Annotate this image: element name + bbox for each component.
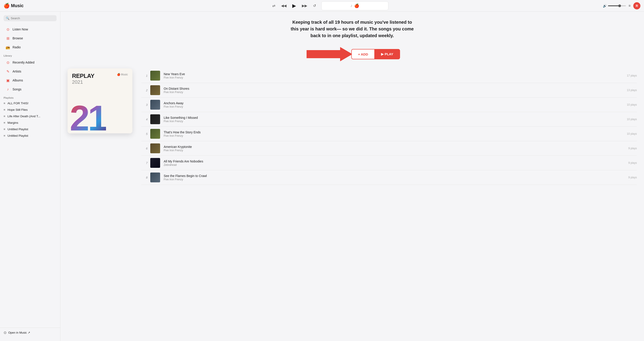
track-thumbnail — [150, 173, 160, 182]
track-name: All My Friends Are Nobodies — [164, 160, 626, 163]
track-artist: Five Iron Frenzy — [164, 120, 624, 123]
app-logo-area: 🍎 Music — [4, 3, 64, 9]
menu-button[interactable]: ≡ — [628, 4, 630, 8]
repeat-button[interactable]: ↺ — [312, 3, 317, 9]
recently-added-icon: ⊙ — [5, 60, 10, 65]
search-icon: 🔍 — [6, 17, 10, 20]
track-plays: 10 plays — [627, 118, 637, 121]
track-name: American Kryptonite — [164, 145, 626, 149]
volume-control: 🔊 — [603, 4, 626, 8]
track-number: 6 — [141, 147, 148, 150]
track-item[interactable]: 7 All My Friends Are Nobodies Zebrahead … — [141, 156, 637, 170]
replay-year: 2021 — [72, 79, 94, 85]
track-number: 3 — [141, 103, 148, 107]
listen-now-icon: ⊙ — [5, 27, 10, 32]
playlist-icon: ≡ — [4, 121, 5, 124]
play-pause-button[interactable]: ▶ — [291, 2, 297, 10]
track-name: Like Something I Missed — [164, 116, 624, 120]
replay-numbers: 2 1 — [68, 103, 132, 133]
playlist-item-all-for-this[interactable]: ≡ ALL FOR THIS! — [0, 100, 60, 107]
playlist-label: Untitled Playlist — [8, 128, 28, 131]
sidebar-footer[interactable]: ⊙ Open in Music ↗ — [0, 327, 60, 337]
search-input[interactable] — [11, 17, 54, 20]
playlist-label: Margins — [8, 121, 18, 124]
sidebar-item-songs[interactable]: ♪ Songs — [2, 85, 58, 94]
songs-icon: ♪ — [5, 87, 10, 92]
app-title: Music — [11, 3, 24, 8]
playlist-label: ALL FOR THIS! — [8, 102, 28, 105]
playlist-item-margins[interactable]: ≡ Margins — [0, 120, 60, 126]
track-item[interactable]: 1 New Years Eve Five Iron Frenzy 17 play… — [141, 69, 637, 83]
playlists-section-label: Playlists — [0, 94, 60, 100]
playlist-item-hope-still-flies[interactable]: ≡ Hope Still Flies — [0, 107, 60, 113]
album-cover: REPLAY 2021 🍎 Music 2 1 — [68, 69, 132, 133]
avatar-button[interactable]: R — [633, 2, 640, 10]
play-button[interactable]: ▶ PLAY — [374, 49, 400, 59]
track-name: That's How the Story Ends — [164, 130, 624, 134]
sidebar-item-artists[interactable]: ✎ Artists — [2, 67, 58, 76]
top-bar-center: ⇄ ◀◀ ▶ ▶▶ ↺ ♪ 🍎 — [64, 1, 596, 10]
track-info: All My Friends Are Nobodies Zebrahead — [164, 160, 626, 166]
track-item[interactable]: 4 Like Something I Missed Five Iron Fren… — [141, 112, 637, 127]
track-plays: 9 plays — [628, 147, 637, 150]
track-number: 2 — [141, 89, 148, 92]
arrow-graphic — [304, 45, 354, 63]
playlist-label: Hope Still Flies — [8, 108, 28, 111]
main-layout: 🔍 ⊙ Listen Now ⊞ Browse 📻 Radio Library … — [0, 12, 644, 341]
listen-now-label: Listen Now — [12, 28, 28, 31]
track-artist: Five Iron Frenzy — [164, 134, 624, 137]
volume-slider[interactable] — [608, 5, 626, 6]
music-note-icon: ♪ — [350, 3, 352, 8]
track-item[interactable]: 3 Anchors Away Five Iron Frenzy 10 plays — [141, 98, 637, 112]
songs-label: Songs — [12, 88, 22, 91]
albums-icon: ▣ — [5, 78, 10, 83]
album-art-section: REPLAY 2021 🍎 Music 2 1 — [68, 69, 132, 185]
sidebar-item-recently-added[interactable]: ⊙ Recently Added — [2, 58, 58, 67]
artists-icon: ✎ — [5, 69, 10, 74]
track-thumbnail — [150, 100, 160, 110]
track-info: American Kryptonite Five Iron Frenzy — [164, 145, 626, 152]
playlist-label: Life After Death (And T... — [8, 115, 40, 118]
next-button[interactable]: ▶▶ — [301, 3, 308, 9]
track-item[interactable]: 8 See the Flames Begin to Crawl Five Iro… — [141, 170, 637, 185]
add-button[interactable]: + ADD — [351, 49, 375, 59]
playlist-item-life-after-death[interactable]: ≡ Life After Death (And T... — [0, 113, 60, 120]
track-info: See the Flames Begin to Crawl Five Iron … — [164, 174, 626, 181]
playlist-item-untitled-2[interactable]: ≡ Untitled Playlist — [0, 132, 60, 139]
app-logo: 🍎 Music — [4, 3, 24, 9]
track-artist: Zebrahead — [164, 163, 626, 166]
search-input-wrap[interactable]: 🔍 — [4, 15, 56, 21]
browse-icon: ⊞ — [5, 36, 10, 41]
apple-badge-text: Music — [121, 73, 128, 76]
transport-controls: ⇄ ◀◀ ▶ ▶▶ ↺ — [272, 2, 317, 10]
track-thumbnail — [150, 158, 160, 168]
sidebar-item-browse[interactable]: ⊞ Browse — [2, 34, 58, 43]
track-artist: Five Iron Frenzy — [164, 149, 626, 152]
open-music-label: Open in Music ↗ — [8, 331, 30, 334]
playlist-icon: ≡ — [4, 102, 5, 105]
sidebar-item-radio[interactable]: 📻 Radio — [2, 43, 58, 52]
previous-button[interactable]: ◀◀ — [280, 3, 287, 9]
track-list-section: 1 New Years Eve Five Iron Frenzy 17 play… — [141, 69, 637, 185]
track-item[interactable]: 5 That's How the Story Ends Five Iron Fr… — [141, 127, 637, 141]
hero-section: Keeping track of all 19 hours of music y… — [60, 12, 644, 69]
hero-description: Keeping track of all 19 hours of music y… — [290, 19, 415, 39]
hero-actions: + ADD ▶ PLAY — [71, 45, 633, 63]
apple-music-badge: 🍎 Music — [117, 73, 128, 76]
track-artist: Five Iron Frenzy — [164, 91, 624, 94]
playlist-icon: ≡ — [4, 108, 5, 111]
track-info: On Distant Shores Five Iron Frenzy — [164, 87, 624, 94]
sidebar-item-listen-now[interactable]: ⊙ Listen Now — [2, 25, 58, 34]
now-playing-area: ♪ 🍎 — [321, 1, 388, 10]
sidebar-item-albums[interactable]: ▣ Albums — [2, 76, 58, 85]
track-plays: 13 plays — [627, 89, 637, 92]
track-thumbnail — [150, 143, 160, 153]
top-bar: 🍎 Music ⇄ ◀◀ ▶ ▶▶ ↺ ♪ 🍎 🔊 ≡ R — [0, 0, 644, 12]
replay-digit-1: 1 — [88, 103, 106, 133]
library-section-label: Library — [0, 52, 60, 58]
shuffle-button[interactable]: ⇄ — [272, 3, 276, 9]
playlist-item-untitled-1[interactable]: ≡ Untitled Playlist — [0, 126, 60, 132]
track-name: See the Flames Begin to Crawl — [164, 174, 626, 178]
track-item[interactable]: 6 American Kryptonite Five Iron Frenzy 9… — [141, 141, 637, 156]
track-item[interactable]: 2 On Distant Shores Five Iron Frenzy 13 … — [141, 83, 637, 98]
